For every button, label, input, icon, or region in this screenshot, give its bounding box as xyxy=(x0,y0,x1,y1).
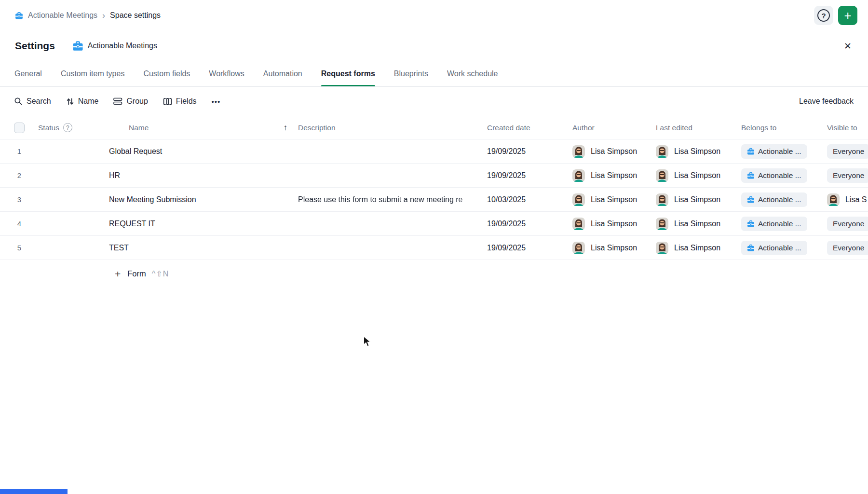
created-date: 19/09/2025 xyxy=(482,220,562,228)
table-row: 1 Global Request 19/09/2025 Lisa Simpson… xyxy=(0,139,868,164)
avatar xyxy=(572,169,585,182)
add-form-button[interactable]: + Form xyxy=(115,269,146,279)
avatar xyxy=(656,169,668,182)
visible-to-person[interactable]: Lisa S xyxy=(827,193,868,206)
visible-to-chip[interactable]: Everyone xyxy=(827,144,868,159)
tab-custom-fields[interactable]: Custom fields xyxy=(143,61,190,86)
belongs-to-chip[interactable]: Actionable ... xyxy=(741,241,807,255)
tab-automation[interactable]: Automation xyxy=(263,61,302,86)
created-date: 19/09/2025 xyxy=(482,244,562,252)
briefcase-icon xyxy=(747,148,755,155)
visible-to-chip[interactable]: Everyone xyxy=(827,241,868,255)
breadcrumb-space-link[interactable]: Actionable Meetings xyxy=(15,11,97,20)
space-name: Actionable Meetings xyxy=(88,41,157,50)
avatar xyxy=(656,145,668,158)
table-row: 3 New Meeting Submission Please use this… xyxy=(0,188,868,212)
select-all-checkbox[interactable] xyxy=(14,123,25,133)
group-icon xyxy=(113,97,122,105)
more-options-button[interactable]: ••• xyxy=(212,97,221,106)
fields-label: Fields xyxy=(176,97,197,106)
search-button[interactable]: Search xyxy=(14,97,51,106)
created-date: 19/09/2025 xyxy=(482,147,562,156)
col-status[interactable]: Status xyxy=(38,124,59,132)
form-name[interactable]: Global Request xyxy=(101,147,294,156)
author-name: Lisa Simpson xyxy=(591,171,637,180)
col-created-date[interactable]: Created date xyxy=(487,124,530,132)
close-icon[interactable]: ✕ xyxy=(841,38,854,55)
question-icon: ? xyxy=(817,9,830,22)
table-row: 2 HR 19/09/2025 Lisa Simpson Lisa Simpso… xyxy=(0,164,868,188)
visible-to-chip[interactable]: Everyone xyxy=(827,217,868,231)
form-name[interactable]: REQUEST IT xyxy=(101,220,294,228)
settings-header: Settings Actionable Meetings ✕ xyxy=(0,31,868,61)
avatar xyxy=(656,218,668,230)
briefcase-icon xyxy=(15,12,23,20)
table-row: 5 TEST 19/09/2025 Lisa Simpson Lisa Simp… xyxy=(0,236,868,260)
avatar xyxy=(572,218,585,230)
breadcrumb-separator: › xyxy=(102,11,105,20)
global-add-button[interactable]: + xyxy=(838,6,857,25)
briefcase-icon xyxy=(747,172,755,179)
briefcase-icon xyxy=(747,220,755,228)
form-name[interactable]: TEST xyxy=(101,244,294,252)
form-description: Please use this form to submit a new mee… xyxy=(294,195,482,204)
leave-feedback-link[interactable]: Leave feedback xyxy=(799,97,854,106)
col-description[interactable]: Description xyxy=(298,124,336,132)
tab-work-schedule[interactable]: Work schedule xyxy=(447,61,498,86)
col-belongs-to[interactable]: Belongs to xyxy=(741,124,776,132)
search-label: Search xyxy=(27,97,51,106)
briefcase-icon xyxy=(747,196,755,204)
sort-button[interactable]: Name xyxy=(66,97,99,106)
tab-general[interactable]: General xyxy=(14,61,42,86)
last-edited-name: Lisa Simpson xyxy=(674,195,720,204)
sort-ascending-icon[interactable]: ↑ xyxy=(284,123,288,133)
author-name: Lisa Simpson xyxy=(591,220,637,228)
status-help-icon[interactable]: ? xyxy=(63,123,72,132)
settings-tabs: General Custom item types Custom fields … xyxy=(0,61,868,87)
last-edited-name: Lisa Simpson xyxy=(674,171,720,180)
ellipsis-icon: ••• xyxy=(212,97,221,106)
bottom-progress-bar xyxy=(0,489,68,494)
request-forms-table: Status ? Name ↑ Description Created date… xyxy=(0,116,868,260)
last-edited-name: Lisa Simpson xyxy=(674,220,720,228)
tab-blueprints[interactable]: Blueprints xyxy=(394,61,428,86)
belongs-to-chip[interactable]: Actionable ... xyxy=(741,168,807,183)
help-button[interactable]: ? xyxy=(814,6,833,25)
group-button[interactable]: Group xyxy=(113,97,148,106)
fields-button[interactable]: Fields xyxy=(163,97,197,106)
sort-label: Name xyxy=(78,97,99,106)
list-toolbar: Search Name Group Fields ••• Leave feedb… xyxy=(0,87,868,116)
author-name: Lisa Simpson xyxy=(591,195,637,204)
search-icon xyxy=(14,97,23,106)
sort-arrows-icon xyxy=(66,97,74,106)
avatar xyxy=(572,193,585,206)
group-label: Group xyxy=(126,97,148,106)
briefcase-icon xyxy=(72,41,83,52)
tab-request-forms[interactable]: Request forms xyxy=(321,61,375,86)
avatar xyxy=(656,242,668,254)
belongs-to-chip[interactable]: Actionable ... xyxy=(741,217,807,231)
last-edited-name: Lisa Simpson xyxy=(674,147,720,156)
tab-custom-item-types[interactable]: Custom item types xyxy=(61,61,124,86)
breadcrumb: Actionable Meetings › Space settings xyxy=(15,11,161,20)
belongs-to-chip[interactable]: Actionable ... xyxy=(741,192,807,207)
tab-workflows[interactable]: Workflows xyxy=(209,61,244,86)
table-row: 4 REQUEST IT 19/09/2025 Lisa Simpson Lis… xyxy=(0,212,868,236)
form-name[interactable]: HR xyxy=(101,171,294,180)
avatar xyxy=(572,242,585,254)
mouse-cursor xyxy=(363,336,373,349)
form-name[interactable]: New Meeting Submission xyxy=(101,195,294,204)
col-visible-to[interactable]: Visible to xyxy=(827,124,857,132)
avatar xyxy=(572,145,585,158)
col-last-edited[interactable]: Last edited xyxy=(656,124,692,132)
belongs-to-chip[interactable]: Actionable ... xyxy=(741,144,807,159)
col-name[interactable]: Name xyxy=(129,124,149,132)
top-bar: Actionable Meetings › Space settings ? + xyxy=(0,0,868,31)
avatar xyxy=(827,193,840,206)
col-author[interactable]: Author xyxy=(572,124,595,132)
avatar xyxy=(656,193,668,206)
table-header-row: Status ? Name ↑ Description Created date… xyxy=(0,116,868,139)
add-form-label: Form xyxy=(127,269,146,278)
visible-to-chip[interactable]: Everyone xyxy=(827,168,868,183)
breadcrumb-space-label[interactable]: Actionable Meetings xyxy=(28,11,97,20)
